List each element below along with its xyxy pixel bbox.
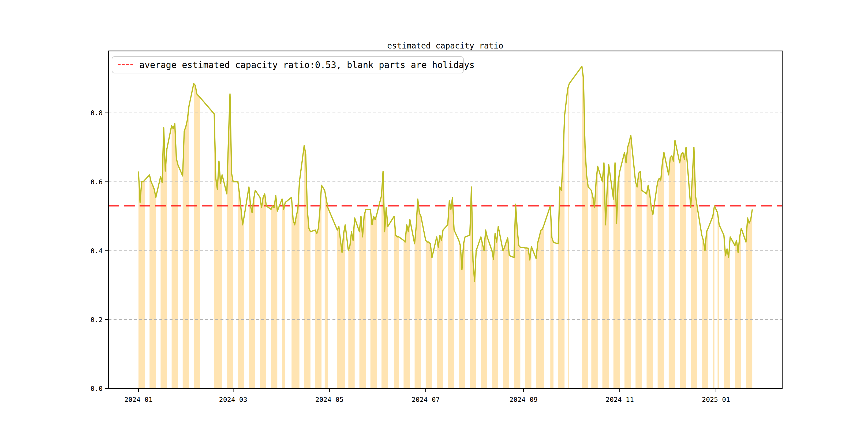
x-tick-label: 2025-01 — [702, 396, 730, 403]
workweek-band — [426, 240, 432, 389]
workweek-band — [724, 235, 730, 389]
workweek-band — [669, 141, 675, 389]
workweek-band — [394, 216, 399, 389]
workweek-band — [282, 199, 285, 389]
workweek-band — [138, 172, 145, 389]
workweek-band — [647, 185, 653, 389]
workweek-band — [718, 213, 719, 389]
workweek-band — [680, 147, 686, 389]
workweek-band — [271, 195, 277, 389]
y-tick-label: 0.8 — [91, 109, 103, 117]
estimated-capacity-ratio-figure: estimated capacity ratio 2024-012024-032… — [0, 0, 868, 434]
x-tick-label: 2024-01 — [124, 396, 152, 403]
workweek-band — [713, 206, 714, 389]
x-tick-label: 2024-07 — [411, 396, 440, 403]
workweek-band — [481, 230, 487, 389]
workweek-band — [568, 84, 569, 389]
chart-title: estimated capacity ratio — [387, 41, 503, 50]
workweek-band — [403, 220, 410, 389]
y-tick-label: 0.6 — [91, 178, 103, 186]
workweek-band — [325, 190, 328, 389]
workweek-band — [371, 209, 377, 389]
workweek-band — [624, 135, 631, 389]
workweek-band — [503, 238, 509, 389]
workweek-band — [636, 172, 642, 389]
x-tick-label: 2024-05 — [315, 396, 343, 403]
legend-label: average estimated capacity ratio:0.53, b… — [139, 60, 475, 70]
workweek-band — [702, 228, 708, 389]
workweek-band — [437, 230, 443, 389]
y-tick-label: 0.2 — [91, 316, 103, 323]
y-tick-label: 0.0 — [91, 385, 103, 393]
x-tick-label: 2024-03 — [219, 396, 247, 403]
x-tick-label: 2024-11 — [606, 396, 634, 403]
workweek-band — [260, 194, 266, 389]
workweek-band — [658, 152, 664, 389]
legend: average estimated capacity ratio:0.53, b… — [112, 57, 475, 73]
workweek-band — [249, 187, 255, 389]
workweek-band — [448, 197, 454, 389]
workweek-band — [150, 175, 156, 389]
y-tick-label: 0.4 — [91, 247, 103, 255]
x-tick-label: 2024-09 — [509, 396, 537, 403]
workweek-band — [525, 246, 531, 389]
workweek-band — [194, 84, 200, 389]
